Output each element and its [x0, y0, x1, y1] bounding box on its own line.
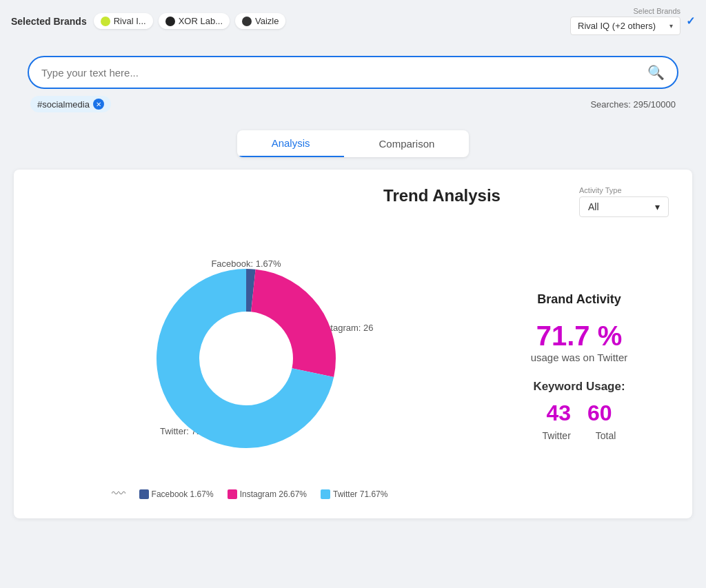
chart-legend: 〰 Facebook 1.67% Instagram 26.67% Twitte…	[112, 486, 388, 502]
legend-label-instagram: Instagram 26.67%	[240, 489, 307, 499]
donut-chart: Facebook: 1.67% Instagram: 26.67% Twitte…	[125, 231, 374, 479]
tabs-container: Analysis Comparison	[237, 130, 470, 157]
legend-color-twitter	[321, 489, 330, 499]
analysis-card: Trend Analysis Activity Type All ▾ Faceb…	[14, 170, 692, 518]
total-count: 60	[587, 401, 612, 426]
brand-activity-title: Brand Activity	[537, 292, 621, 307]
tag-label: #socialmedia	[37, 99, 90, 110]
confirm-icon[interactable]: ✓	[686, 14, 695, 28]
search-input[interactable]	[41, 67, 641, 79]
legend-label-twitter: Twitter 71.67%	[333, 489, 387, 499]
main-content: Trend Analysis Activity Type All ▾ Faceb…	[0, 163, 706, 532]
tags-row: #socialmedia ✕ Searches: 295/10000	[28, 96, 678, 112]
top-bar: Selected Brands Rival I...XOR Lab...Vaiz…	[0, 0, 706, 42]
searches-count: Searches: 295/10000	[590, 99, 676, 110]
brand-chips: Rival I...XOR Lab...Vaizle	[94, 13, 286, 29]
select-brands-wrapper: Select Brands Rival IQ (+2 others) ▾	[570, 7, 680, 35]
selected-brands-label: Selected Brands	[11, 16, 87, 27]
select-brands-dropdown[interactable]: Rival IQ (+2 others) ▾	[570, 17, 680, 35]
usage-text: usage was on Twitter	[531, 352, 628, 363]
tag-chip: #socialmedia ✕	[30, 96, 111, 112]
twitter-count: 43	[546, 401, 571, 426]
legend-facebook: Facebook 1.67%	[139, 489, 214, 499]
top-bar-left: Selected Brands Rival I...XOR Lab...Vaiz…	[11, 13, 285, 29]
activity-type-label: Activity Type	[579, 186, 622, 194]
legend-color-instagram	[228, 489, 237, 499]
tabs-row: Analysis Comparison	[0, 130, 706, 157]
activity-type-value: All	[588, 201, 599, 212]
donut-center	[201, 314, 291, 403]
brand-activity: Brand Activity 71.7 % usage was on Twitt…	[483, 278, 676, 455]
analysis-header: Trend Analysis Activity Type All ▾	[30, 186, 676, 217]
svg-text:Facebook: 1.67%: Facebook: 1.67%	[211, 258, 281, 269]
activity-type-arrow: ▾	[655, 201, 660, 212]
big-percent: 71.7 %	[536, 321, 623, 352]
legend-instagram: Instagram 26.67%	[228, 489, 307, 499]
legend-twitter: Twitter 71.67%	[321, 489, 387, 499]
analysis-title: Trend Analysis	[305, 186, 579, 205]
tab-comparison[interactable]: Comparison	[344, 130, 469, 157]
top-bar-right: Select Brands Rival IQ (+2 others) ▾ ✓	[570, 7, 695, 35]
keyword-numbers: 43 60	[546, 401, 612, 426]
chevron-down-icon: ▾	[669, 22, 673, 30]
activity-type-select[interactable]: All ▾	[579, 196, 669, 217]
legend-color-facebook	[139, 489, 149, 499]
search-box: 🔍	[28, 56, 678, 89]
brand-chip-rival-iq: Rival I...	[94, 13, 153, 29]
brand-chip-vaizle: Vaizle	[235, 13, 285, 29]
kw-labels: Twitter Total	[543, 430, 616, 441]
select-brands-label: Select Brands	[634, 7, 680, 15]
activity-type-wrapper: Activity Type All ▾	[579, 186, 676, 217]
total-label: Total	[596, 430, 616, 441]
twitter-label: Twitter	[543, 430, 571, 441]
wavy-icon: 〰	[112, 486, 125, 502]
legend-label-facebook: Facebook 1.67%	[152, 489, 214, 499]
search-area: 🔍 #socialmedia ✕ Searches: 295/10000	[0, 42, 706, 119]
tab-analysis[interactable]: Analysis	[237, 130, 345, 157]
search-icon[interactable]: 🔍	[647, 64, 665, 81]
keyword-usage-title: Keyword Usage:	[533, 380, 625, 394]
brand-chip-xor-labs: XOR Lab...	[159, 13, 230, 29]
donut-wrapper: Facebook: 1.67% Instagram: 26.67% Twitte…	[30, 231, 469, 502]
dropdown-value: Rival IQ (+2 others)	[578, 21, 656, 31]
chart-section: Facebook: 1.67% Instagram: 26.67% Twitte…	[30, 231, 676, 502]
tag-close-button[interactable]: ✕	[93, 99, 104, 110]
